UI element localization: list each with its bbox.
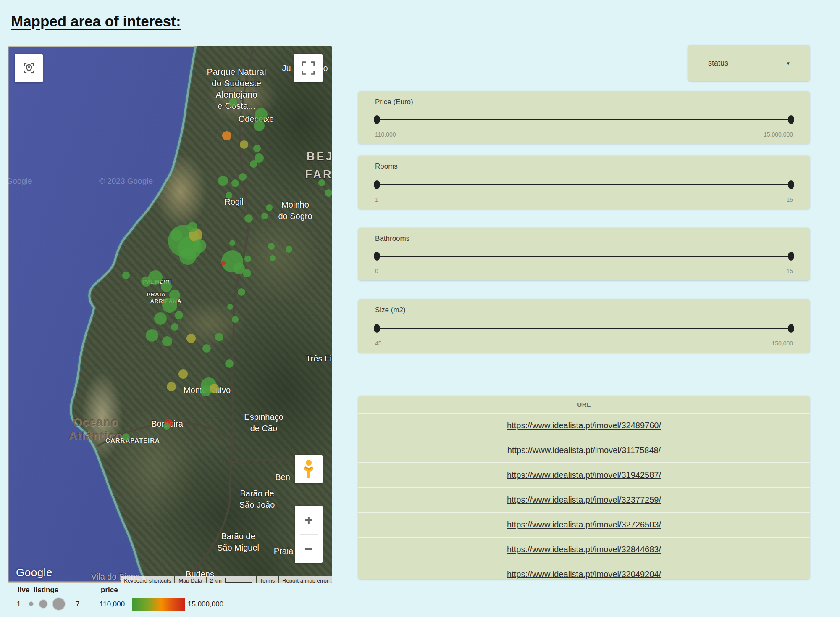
listing-link[interactable]: https://www.idealista.pt/imovel/32726503… [507, 520, 661, 530]
rooms-slider-max-handle[interactable] [788, 180, 794, 189]
listing-marker[interactable] [229, 98, 237, 107]
listing-link[interactable]: https://www.idealista.pt/imovel/32844683… [507, 545, 661, 554]
bathrooms-slider-label: Bathrooms [375, 235, 410, 243]
listing-marker[interactable] [215, 333, 223, 341]
listing-marker[interactable] [232, 316, 239, 323]
listing-marker[interactable] [286, 246, 292, 253]
listing-marker[interactable] [225, 359, 234, 368]
listing-marker[interactable] [171, 229, 182, 241]
listing-marker[interactable] [221, 261, 226, 265]
url-table-header: URL [358, 396, 810, 413]
zoom-out-button[interactable]: − [295, 535, 323, 563]
listing-marker[interactable] [253, 145, 261, 152]
listing-marker[interactable] [250, 160, 257, 168]
listing-marker[interactable] [179, 248, 196, 265]
color-legend-max: 15,000,000 [188, 600, 223, 609]
size-slider-track[interactable] [377, 328, 791, 329]
listing-marker[interactable] [254, 120, 265, 131]
listing-link[interactable]: https://www.idealista.pt/imovel/32489760… [507, 421, 661, 430]
bathrooms-slider-min-handle[interactable] [374, 252, 380, 261]
zoom-in-button[interactable]: + [295, 506, 323, 534]
listing-marker[interactable] [244, 214, 253, 223]
size-legend-title: live_listings [18, 586, 58, 594]
keyboard-shortcuts-link[interactable]: Keyboard shortcuts [121, 576, 174, 583]
legend-dot-medium [39, 600, 47, 608]
bathrooms-max-value: 15 [786, 268, 793, 274]
map-markers-layer [8, 46, 332, 583]
color-legend-min: 110,000 [100, 600, 125, 609]
listing-marker[interactable] [222, 131, 231, 140]
listing-marker[interactable] [231, 179, 239, 187]
listing-marker[interactable] [202, 344, 211, 353]
listing-marker[interactable] [218, 176, 228, 186]
map-scale-bar [225, 578, 252, 583]
listing-marker[interactable] [162, 336, 172, 346]
pegman-button[interactable] [295, 455, 323, 483]
table-row: https://www.idealista.pt/imovel/32049204… [358, 562, 810, 579]
listing-marker[interactable] [141, 277, 151, 287]
listing-marker[interactable] [229, 240, 235, 246]
color-legend-title: price [101, 586, 118, 594]
listing-marker[interactable] [146, 329, 158, 342]
listing-link[interactable]: https://www.idealista.pt/imovel/31942587… [507, 470, 661, 480]
listing-link[interactable]: https://www.idealista.pt/imovel/31175848… [507, 446, 661, 455]
fullscreen-button[interactable] [294, 54, 323, 82]
listing-marker[interactable] [122, 433, 130, 441]
report-map-error-link[interactable]: Report a map error [279, 576, 332, 583]
listing-marker[interactable] [240, 140, 248, 149]
listing-marker[interactable] [122, 272, 130, 279]
price-slider-track[interactable] [377, 119, 791, 120]
rooms-slider-label: Rooms [375, 162, 398, 171]
listing-marker[interactable] [154, 312, 167, 325]
size-legend-min: 1 [17, 600, 21, 609]
listing-marker[interactable] [163, 423, 170, 430]
listing-marker[interactable] [167, 382, 176, 391]
status-dropdown[interactable]: status ▾ [688, 45, 810, 81]
rooms-min-value: 1 [375, 196, 378, 203]
listing-marker[interactable] [162, 298, 177, 313]
listing-marker[interactable] [193, 239, 206, 253]
listing-marker[interactable] [255, 108, 268, 121]
listing-marker[interactable] [238, 288, 245, 296]
url-rows: https://www.idealista.pt/imovel/32489760… [358, 413, 810, 579]
price-filter-card: Price (Euro) 110,000 15,000,000 [358, 91, 810, 144]
listing-marker[interactable] [268, 243, 275, 250]
map-scale-label: 2 km [210, 577, 222, 583]
listing-marker[interactable] [210, 384, 219, 393]
table-row: https://www.idealista.pt/imovel/31942587… [358, 462, 810, 487]
listing-marker[interactable] [175, 311, 183, 319]
bathrooms-slider-track[interactable] [377, 256, 791, 257]
map-data-link[interactable]: Map Data [175, 576, 205, 583]
listing-marker[interactable] [270, 255, 276, 261]
bathrooms-slider-max-handle[interactable] [788, 252, 794, 261]
listing-marker[interactable] [266, 204, 273, 211]
listing-link[interactable]: https://www.idealista.pt/imovel/32049204… [507, 570, 661, 579]
listing-marker[interactable] [261, 213, 268, 219]
rooms-slider-min-handle[interactable] [374, 180, 380, 189]
listing-marker[interactable] [187, 222, 197, 232]
listing-marker[interactable] [226, 192, 232, 199]
size-slider-max-handle[interactable] [788, 324, 794, 333]
map-canvas[interactable]: Parque Natural do Sudoeste Alentejano e … [8, 46, 332, 583]
listing-marker[interactable] [161, 281, 172, 292]
size-slider-min-handle[interactable] [374, 324, 380, 333]
listing-link[interactable]: https://www.idealista.pt/imovel/32377259… [507, 495, 661, 505]
price-slider-max-handle[interactable] [788, 115, 794, 124]
zoom-control: + − [295, 506, 323, 563]
bathrooms-filter-card: Bathrooms 0 15 [358, 228, 810, 280]
listing-marker[interactable] [227, 304, 233, 310]
listing-marker[interactable] [186, 334, 196, 343]
listing-marker[interactable] [239, 173, 247, 181]
terms-link[interactable]: Terms [257, 576, 278, 583]
listing-marker[interactable] [243, 269, 251, 277]
listing-marker[interactable] [244, 256, 251, 262]
rooms-slider-track[interactable] [377, 184, 791, 185]
frame-listings-button[interactable] [15, 54, 43, 82]
price-slider-min-handle[interactable] [374, 115, 380, 124]
listing-marker[interactable] [200, 385, 211, 396]
listing-marker[interactable] [325, 189, 332, 197]
listing-marker[interactable] [318, 179, 325, 186]
map-scale: 2 km [207, 576, 256, 583]
listing-marker[interactable] [171, 323, 178, 331]
listing-marker[interactable] [178, 369, 188, 379]
